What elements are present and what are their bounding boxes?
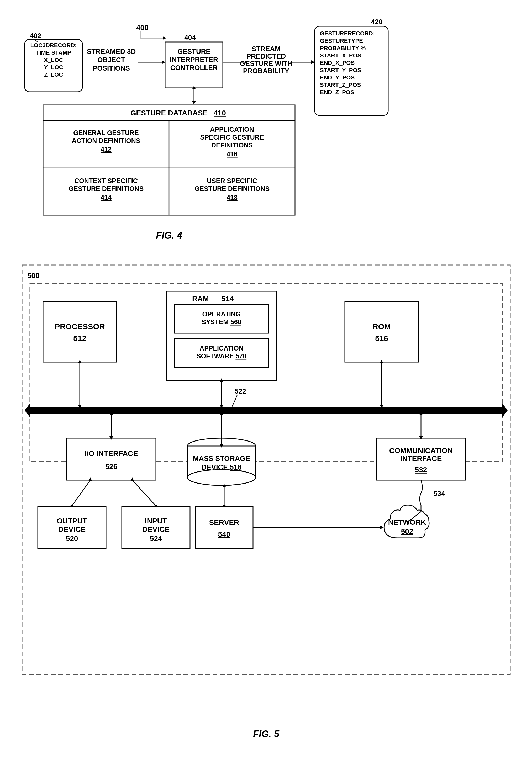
gesture-record-line2: GESTURETYPE <box>320 37 363 44</box>
stream-predicted-line4: PROBABILITY <box>243 67 289 75</box>
svg-marker-2 <box>163 36 166 40</box>
mass-storage-line1: MASS STORAGE <box>193 455 250 462</box>
gesture-record-line9: END_Z_POS <box>320 89 354 96</box>
app-specific-line1: APPLICATION <box>210 126 254 133</box>
ref-534: 534 <box>433 490 445 498</box>
streamed-line1: STREAMED 3D <box>87 48 136 55</box>
user-specific-line1: USER SPECIFIC <box>207 177 257 184</box>
stream-predicted-line2: PREDICTED <box>246 52 286 60</box>
ref-420: 420 <box>371 18 383 26</box>
svg-rect-27 <box>345 302 418 362</box>
loc3d-line4: Y_LOC <box>44 64 63 70</box>
context-specific-line2: GESTURE DEFINITIONS <box>68 185 143 192</box>
input-line2: DEVICE <box>142 525 169 533</box>
loc3d-line2: TIME STAMP <box>36 49 71 56</box>
ref-402: 402 <box>30 32 41 40</box>
ref-404: 404 <box>184 34 196 41</box>
comm-line1: COMMUNICATION <box>389 447 452 455</box>
ref-532: 532 <box>415 466 427 474</box>
ref-414: 414 <box>101 194 111 201</box>
app-specific-line2: SPECIFIC GESTURE <box>200 134 264 141</box>
svg-rect-28 <box>30 407 502 414</box>
app-sw-line2-ref: SOFTWARE 570 <box>196 352 246 360</box>
gesture-record-line5: END_X_POS <box>320 60 354 66</box>
os-line2-ref: SYSTEM 560 <box>202 318 241 326</box>
gesture-record-line7: END_Y_POS <box>320 74 354 81</box>
svg-rect-23 <box>43 302 116 362</box>
svg-rect-40 <box>67 438 156 480</box>
streamed-line2: OBJECT <box>97 56 125 64</box>
ref-514-val: 514 <box>222 295 234 303</box>
stream-predicted-line1: STREAM <box>252 45 281 53</box>
app-sw-line1: APPLICATION <box>199 344 244 352</box>
comm-line2: INTERFACE <box>400 455 442 462</box>
io-line1: I/O INTERFACE <box>85 450 138 458</box>
user-specific-line2: GESTURE DEFINITIONS <box>194 185 269 192</box>
svg-marker-16 <box>192 101 196 104</box>
server-line1: SERVER <box>209 518 239 527</box>
gesture-record-line1: GESTURERECORD: <box>320 30 375 37</box>
ram-line1: RAM <box>192 295 209 303</box>
fig4-title: FIG. 4 <box>156 230 182 241</box>
output-line1: OUTPUT <box>57 517 87 525</box>
fig5-diagram: 500 PROCESSOR 512 RAM 514 OPERATING SYST… <box>17 260 515 748</box>
gic-line3: CONTROLLER <box>170 64 218 72</box>
gesture-db-label: GESTURE DATABASE <box>130 109 208 117</box>
mass-storage-ref: DEVICE 518 <box>201 463 241 471</box>
context-specific-line1: CONTEXT SPECIFIC <box>74 177 138 184</box>
ref-502: 502 <box>401 527 413 536</box>
ref-524: 524 <box>149 535 162 542</box>
fig4-diagram: 400 LOC3DRECORD: TIME STAMP X_LOC Y_LOC … <box>17 11 515 260</box>
input-line1: INPUT <box>145 517 167 525</box>
svg-point-50 <box>187 470 256 485</box>
ref-416: 416 <box>226 150 237 158</box>
svg-marker-11 <box>311 60 315 64</box>
general-gesture-line1: GENERAL GESTURE <box>73 129 139 137</box>
loc3d-line5: Z_LOC <box>44 71 63 78</box>
loc3d-line3: X_LOC <box>44 57 63 63</box>
ref-512: 512 <box>73 334 86 342</box>
ref-412: 412 <box>101 145 111 153</box>
ref-400-label: 400 <box>136 23 148 32</box>
processor-line1: PROCESSOR <box>55 322 105 331</box>
app-specific-line3: DEFINITIONS <box>211 141 253 149</box>
os-line1: OPERATING <box>202 310 241 318</box>
ref-516: 516 <box>375 334 388 342</box>
rom-line1: ROM <box>372 322 391 331</box>
output-line2: DEVICE <box>58 525 85 533</box>
streamed-line3: POSITIONS <box>93 64 130 72</box>
stream-predicted-line3: GESTURE WITH <box>240 60 292 67</box>
gesture-record-line8: START_Z_POS <box>320 82 361 88</box>
svg-rect-66 <box>195 506 253 548</box>
fig5-title: FIG. 5 <box>253 729 279 739</box>
gesture-record-line6: START_Y_POS <box>320 67 361 73</box>
ref-410: 410 <box>214 109 226 117</box>
ref-522: 522 <box>235 387 246 395</box>
ref-540: 540 <box>218 530 230 539</box>
gesture-record-line3: PROBABILITY % <box>320 45 366 52</box>
ref-500: 500 <box>27 271 40 280</box>
gic-line2: INTERPRETER <box>170 56 218 63</box>
ref-526: 526 <box>105 462 117 471</box>
ref-520: 520 <box>65 535 78 542</box>
ref-418: 418 <box>226 194 237 201</box>
loc3d-line1: LOC3DRECORD: <box>30 42 77 49</box>
gic-line1: GESTURE <box>178 48 211 55</box>
gesture-record-line4: START_X_POS <box>320 52 361 59</box>
general-gesture-line2: ACTION DEFINITIONS <box>72 137 140 144</box>
